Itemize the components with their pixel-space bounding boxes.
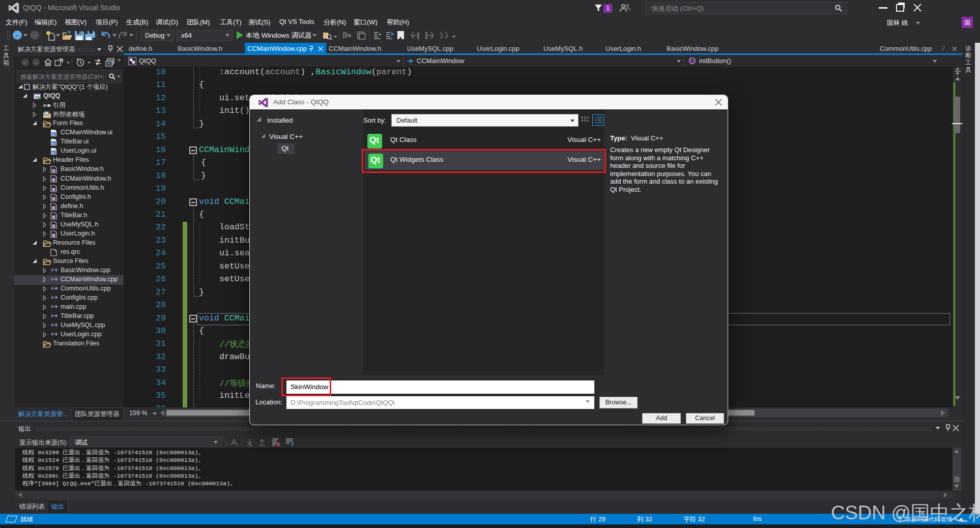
svg-text:h: h bbox=[53, 206, 55, 210]
svg-text:h: h bbox=[53, 169, 55, 172]
svg-text:ui: ui bbox=[52, 151, 54, 154]
svg-text:ui: ui bbox=[52, 132, 54, 136]
svg-text:h: h bbox=[53, 188, 55, 191]
svg-text:ui: ui bbox=[52, 141, 54, 145]
svg-text:h: h bbox=[53, 197, 55, 200]
svg-text:h: h bbox=[53, 224, 55, 228]
svg-text:h: h bbox=[53, 233, 55, 237]
svg-text:h: h bbox=[53, 215, 55, 219]
svg-text:h: h bbox=[53, 178, 55, 182]
